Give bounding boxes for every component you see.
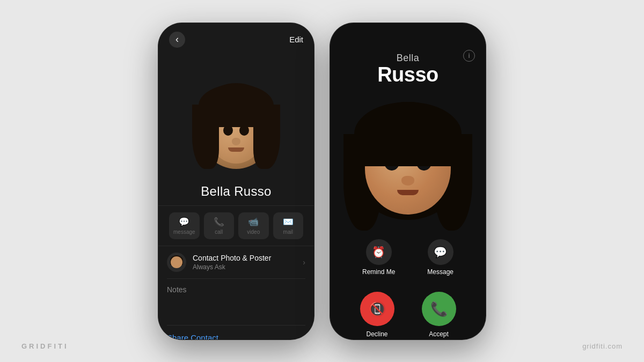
mail-action-button[interactable]: ✉️ mail bbox=[273, 212, 303, 239]
call-action-button[interactable]: 📞 call bbox=[204, 212, 234, 239]
contact-info-section: Contact Photo & Poster Always Ask › Note… bbox=[158, 246, 314, 339]
call-hair-top bbox=[354, 102, 462, 166]
video-icon: 📹 bbox=[248, 217, 259, 227]
accept-label: Accept bbox=[429, 330, 449, 338]
mini-memoji bbox=[169, 254, 185, 270]
caller-first-name: Bella bbox=[397, 53, 420, 64]
remind-me-icon: ⏰ bbox=[366, 239, 392, 265]
call-memoji bbox=[343, 91, 472, 231]
remind-me-label: Remind Me bbox=[362, 268, 395, 276]
call-mouth bbox=[397, 190, 419, 195]
video-label: video bbox=[247, 229, 260, 235]
info-icon[interactable]: i bbox=[463, 50, 475, 62]
video-action-button[interactable]: 📹 video bbox=[238, 212, 268, 239]
poster-avatar bbox=[167, 253, 186, 272]
contact-photo-poster-text: Contact Photo & Poster Always Ask bbox=[193, 254, 303, 271]
decline-button[interactable]: 📵 bbox=[360, 292, 394, 326]
mini-head bbox=[171, 256, 182, 268]
contact-photo-poster-subtitle: Always Ask bbox=[193, 263, 303, 271]
edit-button[interactable]: Edit bbox=[289, 35, 303, 44]
mail-label: mail bbox=[283, 229, 293, 235]
chevron-right-icon: › bbox=[303, 258, 305, 267]
call-content: i Bella Russo bbox=[330, 23, 486, 339]
watermark-right: gridfiti.com bbox=[582, 342, 623, 350]
share-contact-label: Share Contact bbox=[167, 333, 218, 339]
top-bar: Edit bbox=[158, 23, 314, 48]
contact-memoji bbox=[188, 72, 284, 180]
notes-row: Notes bbox=[167, 279, 305, 326]
accept-icon: 📞 bbox=[430, 301, 448, 317]
caller-last-name: Russo bbox=[377, 64, 438, 86]
notes-label: Notes bbox=[167, 285, 305, 294]
contact-photo-poster-title: Contact Photo & Poster bbox=[193, 254, 303, 262]
mail-icon: ✉️ bbox=[283, 217, 294, 227]
call-nose bbox=[401, 176, 414, 186]
call-icon: 📞 bbox=[214, 217, 224, 227]
decline-label: Decline bbox=[366, 330, 387, 338]
decline-icon: 📵 bbox=[369, 301, 386, 317]
back-button[interactable] bbox=[169, 32, 185, 48]
decline-button-item[interactable]: 📵 Decline bbox=[360, 292, 394, 338]
accept-button-item[interactable]: 📞 Accept bbox=[422, 292, 456, 338]
mouth bbox=[228, 147, 244, 152]
accept-button[interactable]: 📞 bbox=[422, 292, 456, 326]
message-action[interactable]: 💬 Message bbox=[427, 239, 453, 276]
nose bbox=[232, 138, 240, 145]
contact-name: Bella Russo bbox=[201, 184, 271, 199]
call-buttons-row: 📵 Decline 📞 Accept bbox=[330, 292, 486, 338]
message-label: Message bbox=[427, 268, 453, 276]
contact-photo-poster-row[interactable]: Contact Photo & Poster Always Ask › bbox=[167, 246, 305, 279]
message-icon: 💬 bbox=[428, 239, 453, 265]
notes-content[interactable] bbox=[167, 297, 305, 319]
message-action-button[interactable]: 💬 message bbox=[169, 212, 200, 239]
call-top-actions: ⏰ Remind Me 💬 Message bbox=[330, 239, 486, 276]
contact-card-phone: Edit bbox=[158, 23, 314, 339]
hair-top bbox=[199, 84, 274, 127]
incoming-call-phone: i Bella Russo bbox=[330, 23, 486, 339]
avatar-area: Edit bbox=[158, 23, 314, 205]
remind-me-action[interactable]: ⏰ Remind Me bbox=[362, 239, 395, 276]
action-buttons-row: 💬 message 📞 call 📹 video ✉️ mail bbox=[158, 205, 314, 246]
call-label: call bbox=[215, 229, 223, 235]
message-icon: 💬 bbox=[179, 217, 189, 227]
share-contact-row[interactable]: Share Contact bbox=[167, 326, 305, 339]
watermark-left: GRIDFITI bbox=[21, 342, 69, 350]
message-label: message bbox=[173, 229, 195, 235]
